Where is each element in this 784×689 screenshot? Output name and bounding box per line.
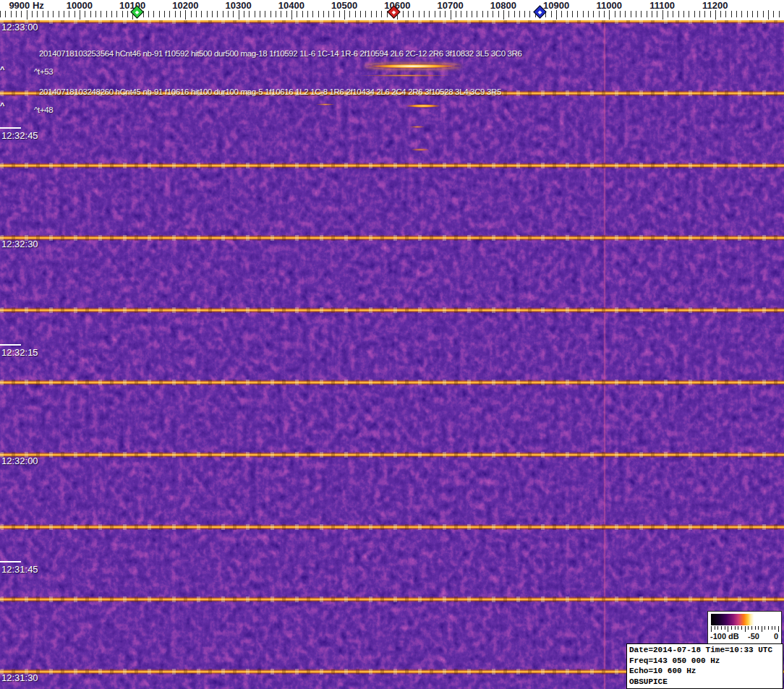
freq-tick: [477, 11, 477, 17]
freq-tick: [191, 11, 192, 17]
freq-tick: [333, 11, 334, 17]
colorbar-tick: [745, 626, 746, 632]
freq-tick: [572, 11, 573, 17]
info-echo-frequency: Echo=10 600 Hz: [629, 666, 780, 677]
freq-tick: [212, 11, 213, 17]
freq-tick: [148, 11, 149, 17]
freq-tick: [101, 11, 101, 17]
freq-tick: [228, 11, 229, 17]
freq-tick: [731, 11, 732, 17]
freq-tick: [260, 11, 260, 17]
freq-tick: [233, 11, 234, 17]
freq-tick: [302, 11, 303, 17]
timing-line: [0, 596, 784, 602]
freq-tick: [355, 11, 356, 17]
freq-tick: [556, 10, 557, 20]
freq-tick: [239, 10, 239, 20]
freq-tick: [312, 11, 313, 17]
freq-tick: [456, 11, 456, 17]
freq-tick: [69, 11, 69, 17]
freq-tick: [153, 11, 154, 17]
freq-tick: [699, 11, 700, 17]
colorbar-tick: [721, 626, 722, 630]
event-annotation: 20140718103248260 hCnt45 nb-91 f10616 hi…: [39, 87, 501, 96]
colorbar-label-mid: -50: [748, 632, 759, 641]
time-label: 12:33:00: [1, 22, 38, 33]
meteor-echo-streak: [365, 64, 461, 69]
colorbar-tick: [715, 626, 715, 630]
freq-tick: [752, 11, 753, 17]
freq-tick: [561, 11, 562, 17]
freq-tick: [164, 11, 165, 17]
colorbar-ticks: [711, 626, 778, 632]
freq-tick: [472, 11, 472, 17]
colorbar-tick: [762, 626, 762, 632]
freq-tick: [223, 11, 223, 17]
red-diamond-dot: [391, 10, 396, 14]
freq-label: 11000: [597, 0, 622, 11]
freq-tick: [185, 10, 186, 20]
freq-tick: [349, 11, 350, 17]
freq-tick: [27, 10, 27, 20]
freq-tick: [106, 11, 107, 17]
freq-tick: [339, 11, 340, 17]
freq-tick: [249, 11, 250, 17]
freq-tick: [673, 11, 673, 17]
freq-tick: [32, 11, 33, 17]
freq-tick: [741, 11, 742, 17]
freq-label: 11100: [649, 0, 675, 11]
freq-tick: [779, 11, 780, 17]
freq-tick: [609, 10, 610, 20]
freq-tick: [328, 11, 329, 17]
freq-tick: [429, 11, 430, 17]
green-diamond-dot: [135, 10, 140, 14]
freq-tick: [551, 11, 552, 17]
colorbar-tick: [764, 626, 765, 630]
info-frequency: Freq=143 050 000 Hz: [629, 656, 780, 667]
time-label: 12:32:30: [1, 239, 38, 249]
colorbar-tick: [768, 626, 769, 630]
freq-tick: [668, 11, 668, 17]
freq-tick: [318, 11, 319, 17]
timing-line: [0, 163, 784, 168]
colorbar-tick: [725, 626, 725, 630]
event-annotation: 20140718103253564 hCnt46 nb-91 f10592 hi…: [39, 49, 522, 58]
colorbar-tick: [751, 626, 752, 630]
colorbar-label-min: -100 dB: [710, 632, 739, 641]
meteor-echo-streak: [411, 148, 430, 151]
carrier-interference-line: [604, 20, 605, 689]
freq-tick: [567, 11, 568, 17]
freq-tick: [376, 11, 377, 17]
timing-line: [0, 380, 784, 385]
freq-tick: [159, 11, 160, 17]
meteor-echo-streak: [316, 103, 335, 106]
freq-tick: [419, 11, 419, 17]
freq-tick: [5, 11, 6, 17]
freq-tick: [307, 11, 308, 17]
time-label: 12:31:45: [1, 564, 38, 575]
station-info-box: Date=2014-07-18 Time=10:33 UTC Freq=143 …: [626, 643, 783, 689]
freq-tick: [201, 11, 202, 17]
freq-tick: [440, 11, 440, 17]
freq-tick: [413, 11, 414, 17]
freq-tick: [487, 11, 488, 17]
freq-tick: [255, 11, 255, 17]
time-tick: [0, 344, 21, 346]
spectrogram-canvas: [0, 20, 784, 689]
freq-tick: [244, 11, 244, 17]
freq-label: 10800: [490, 0, 516, 11]
freq-tick: [48, 11, 48, 17]
freq-tick: [461, 11, 461, 17]
freq-tick: [11, 11, 12, 17]
freq-tick: [408, 11, 409, 17]
freq-tick: [508, 11, 509, 17]
colorbar-tick: [778, 626, 779, 632]
freq-tick: [583, 11, 584, 17]
freq-tick: [175, 11, 176, 17]
freq-tick: [631, 11, 631, 17]
intensity-colorbar: -100 dB -50 0: [707, 611, 782, 645]
freq-label: 10200: [172, 0, 198, 11]
meteor-echo-streak: [359, 74, 452, 77]
freq-tick: [514, 11, 515, 17]
freq-tick: [85, 11, 85, 17]
